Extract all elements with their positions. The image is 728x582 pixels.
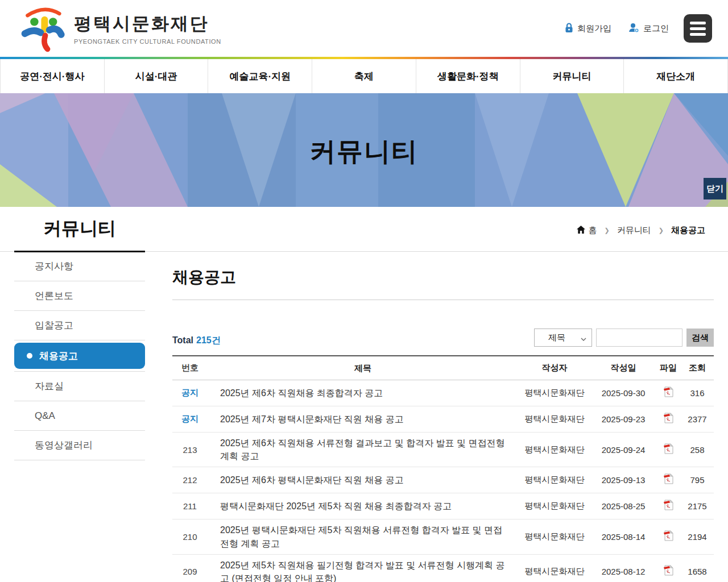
table-row: 213 2025년 제6차 직원채용 서류전형 결과보고 및 합격자 발표 및 … [172, 433, 714, 467]
post-title-link[interactable]: 2025년 평택시문화재단 제5차 직원채용 서류전형 합격자 발표 및 면접전… [208, 519, 518, 554]
sidebar-item-bidding[interactable]: 입찰공고 [14, 311, 145, 340]
post-date: 2025-09-24 [591, 445, 656, 455]
utility-links: 회원가입 로그인 [565, 23, 669, 35]
sidebar-item-video-gallery[interactable]: 동영상갤러리 [14, 431, 145, 460]
post-title-link[interactable]: 2025년 제6차 직원채용 서류전형 결과보고 및 합격자 발표 및 면접전형… [208, 433, 518, 467]
main-nav: 공연·전시·행사 시설·대관 예술교육·지원 축제 생활문화·정책 커뮤니티 재… [0, 59, 728, 93]
search-input[interactable] [596, 329, 682, 347]
post-writer: 평택시문화재단 [518, 501, 591, 512]
col-header-views: 조회 [681, 363, 714, 373]
board-main: 채용공고 Total215건 제목 검색 번호 제목 작성자 [172, 252, 714, 582]
post-date: 2025-08-12 [591, 567, 656, 576]
post-writer: 평택시문화재단 [518, 444, 591, 455]
post-date: 2025-09-30 [591, 388, 656, 398]
post-views: 2175 [681, 501, 714, 511]
section-header: 커뮤니티 홈 ❯ 커뮤니티 ❯ 채용공고 [0, 207, 728, 252]
hamburger-bar [690, 27, 706, 30]
pdf-file-icon[interactable] [656, 500, 681, 513]
pdf-file-icon[interactable] [656, 530, 681, 543]
section-title: 커뮤니티 [14, 207, 145, 251]
nav-item-facility[interactable]: 시설·대관 [104, 59, 208, 93]
table-row: 212 2025년 제6차 평택시문화재단 직원 채용 공고 평택시문화재단 2… [172, 467, 714, 493]
site-logo[interactable]: 평택시문화재단 PYEONGTAEK CITY CULTURAL FOUNDAT… [19, 1, 221, 56]
post-writer: 평택시문화재단 [518, 531, 591, 542]
post-writer: 평택시문화재단 [518, 475, 591, 485]
post-writer: 평택시문화재단 [518, 414, 591, 425]
sidebar-item-notice[interactable]: 공지사항 [14, 252, 145, 281]
sidebar-item-qna[interactable]: Q&A [14, 401, 145, 431]
table-row: 공지 2025년 제6차 직원채용 최종합격자 공고 평택시문화재단 2025-… [172, 380, 714, 406]
board-controls: Total215건 제목 검색 [172, 329, 714, 347]
row-number: 213 [172, 445, 208, 455]
breadcrumb-home[interactable]: 홈 [577, 225, 597, 236]
nav-item-culture-policy[interactable]: 생활문화·정책 [416, 59, 520, 93]
board-table: 번호 제목 작성자 작성일 파일 조회 공지 2025년 제6차 직원채용 최종… [172, 355, 714, 582]
col-header-writer: 작성자 [518, 363, 591, 373]
table-row: 209 2025년 제5차 직원채용 필기전형 합격자 발표 및 서류전형 시행… [172, 555, 714, 582]
search-field-select[interactable]: 제목 [534, 329, 592, 347]
post-date: 2025-09-13 [591, 475, 656, 485]
nav-item-performance[interactable]: 공연·전시·행사 [0, 59, 104, 93]
table-row: 211 평택시문화재단 2025년 제5차 직원 채용 최종합격자 공고 평택시… [172, 493, 714, 519]
signup-link[interactable]: 회원가입 [565, 23, 611, 35]
row-number: 211 [172, 501, 208, 511]
hamburger-menu-button[interactable] [684, 14, 712, 43]
col-header-title: 제목 [208, 362, 518, 375]
sidebar-item-archive[interactable]: 자료실 [14, 372, 145, 401]
breadcrumb-community[interactable]: 커뮤니티 [617, 225, 651, 236]
post-title-link[interactable]: 평택시문화재단 2025년 제5차 직원 채용 최종합격자 공고 [208, 496, 518, 517]
post-date: 2025-08-14 [591, 532, 656, 542]
chevron-down-icon [581, 333, 586, 343]
home-icon [577, 226, 585, 235]
search-button[interactable]: 검색 [686, 329, 714, 347]
hamburger-bar [690, 33, 706, 36]
banner-close-button[interactable]: 닫기 [704, 178, 726, 199]
sidebar-item-press[interactable]: 언론보도 [14, 281, 145, 311]
nav-item-education[interactable]: 예술교육·지원 [208, 59, 312, 93]
login-user-icon [628, 23, 639, 35]
nav-item-community[interactable]: 커뮤니티 [520, 59, 624, 93]
nav-item-about[interactable]: 재단소개 [623, 59, 728, 93]
post-title-link[interactable]: 2025년 제7차 평택시문화재단 직원 채용 공고 [208, 409, 518, 430]
signup-label: 회원가입 [577, 23, 611, 34]
row-number: 210 [172, 532, 208, 542]
row-number: 공지 [172, 388, 208, 398]
row-number: 212 [172, 475, 208, 485]
page-title: 채용공고 [172, 267, 714, 300]
active-bullet-icon [27, 353, 32, 359]
post-views: 1658 [681, 567, 714, 576]
login-link[interactable]: 로그인 [628, 23, 669, 35]
sidebar-item-recruit[interactable]: 채용공고 [14, 343, 145, 369]
nav-item-festival[interactable]: 축제 [312, 59, 416, 93]
pdf-file-icon[interactable] [656, 413, 681, 426]
banner-title: 커뮤니티 [0, 134, 728, 169]
post-title-link[interactable]: 2025년 제6차 직원채용 최종합격자 공고 [208, 383, 518, 404]
post-views: 316 [681, 388, 714, 398]
breadcrumb-separator: ❯ [659, 227, 664, 234]
breadcrumb-home-label: 홈 [589, 225, 597, 236]
post-date: 2025-09-23 [591, 414, 656, 424]
col-header-file: 파일 [656, 363, 681, 373]
table-body: 공지 2025년 제6차 직원채용 최종합격자 공고 평택시문화재단 2025-… [172, 380, 714, 582]
total-count: Total215건 [172, 335, 221, 347]
total-count-value: 215건 [196, 335, 221, 345]
pdf-file-icon[interactable] [656, 443, 681, 456]
pdf-file-icon[interactable] [656, 473, 681, 487]
logo-title: 평택시문화재단 [74, 12, 221, 36]
breadcrumb-current: 채용공고 [671, 225, 705, 236]
page-banner: 커뮤니티 닫기 [0, 93, 728, 207]
pdf-file-icon[interactable] [656, 386, 681, 400]
post-title-link[interactable]: 2025년 제5차 직원채용 필기전형 합격자 발표 및 서류전형 시행계획 공… [208, 555, 518, 582]
hamburger-bar [690, 22, 706, 24]
post-writer: 평택시문화재단 [518, 566, 591, 577]
table-row: 공지 2025년 제7차 평택시문화재단 직원 채용 공고 평택시문화재단 20… [172, 406, 714, 433]
post-views: 2194 [681, 532, 714, 542]
login-label: 로그인 [643, 23, 669, 34]
pdf-file-icon[interactable] [656, 565, 681, 578]
table-row: 210 2025년 평택시문화재단 제5차 직원채용 서류전형 합격자 발표 및… [172, 519, 714, 554]
post-title-link[interactable]: 2025년 제6차 평택시문화재단 직원 채용 공고 [208, 469, 518, 490]
table-header-row: 번호 제목 작성자 작성일 파일 조회 [172, 356, 714, 380]
site-header: 평택시문화재단 PYEONGTAEK CITY CULTURAL FOUNDAT… [0, 0, 728, 57]
post-date: 2025-08-25 [591, 501, 656, 511]
logo-text: 평택시문화재단 PYEONGTAEK CITY CULTURAL FOUNDAT… [74, 12, 221, 45]
